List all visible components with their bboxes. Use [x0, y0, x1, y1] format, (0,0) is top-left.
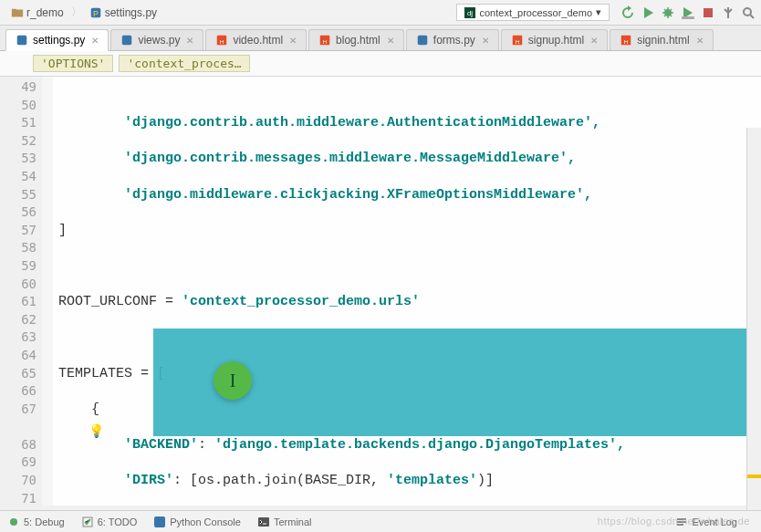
breadcrumb-item-folder[interactable]: r_demo — [5, 5, 69, 21]
line-number-gutter: 4950515253 5455565758 5960616263 6465666… — [0, 77, 42, 506]
text-caret-indicator: I — [214, 361, 252, 400]
svg-rect-5 — [682, 16, 694, 19]
terminal-icon — [257, 516, 270, 528]
svg-point-4 — [664, 9, 672, 16]
error-stripe[interactable] — [746, 128, 761, 532]
python-icon — [16, 34, 28, 47]
debug-icon[interactable] — [661, 5, 675, 20]
run-config-dropdown[interactable]: dj context_processor_demo ▾ — [456, 4, 610, 21]
run-icon[interactable] — [641, 5, 655, 20]
python-icon — [416, 34, 429, 47]
run-config-label: context_processor_demo — [479, 7, 592, 18]
editor-tab-bar: settings.py ✕ views.py ✕ H video.html ✕ … — [0, 26, 761, 51]
tab-label: blog.html — [336, 34, 380, 47]
vcs-icon[interactable] — [721, 5, 735, 20]
chevron-down-icon: ▾ — [596, 6, 601, 18]
run-with-coverage-icon[interactable] — [681, 5, 695, 20]
html-icon: H — [318, 34, 331, 47]
struct-crumb[interactable]: 'context_proces… — [119, 55, 249, 72]
debug-icon — [7, 516, 20, 528]
breadcrumb-label: settings.py — [105, 6, 157, 19]
tab-blog-html[interactable]: H blog.html ✕ — [308, 29, 404, 50]
warning-mark[interactable] — [747, 475, 761, 478]
tab-forms[interactable]: forms.py ✕ — [406, 29, 499, 50]
svg-text:P: P — [93, 8, 99, 17]
svg-text:H: H — [516, 38, 519, 45]
code-editor[interactable]: 4950515253 5455565758 5960616263 6465666… — [0, 77, 761, 506]
svg-rect-22 — [258, 517, 269, 527]
tool-todo[interactable]: 6: TODO — [81, 516, 138, 528]
code-structure-breadcrumb: 'OPTIONS' 'context_proces… — [0, 51, 761, 77]
svg-text:H: H — [220, 38, 224, 45]
tab-label: views.py — [138, 34, 180, 47]
close-icon[interactable]: ✕ — [696, 36, 704, 46]
html-icon: H — [511, 34, 524, 47]
search-icon[interactable] — [741, 5, 756, 20]
svg-point-7 — [744, 8, 751, 16]
close-icon[interactable]: ✕ — [482, 36, 489, 46]
svg-text:H: H — [323, 38, 327, 45]
close-icon[interactable]: ✕ — [289, 36, 297, 46]
chevron-right-icon: 〉 — [71, 5, 82, 20]
breadcrumb-label: r_demo — [26, 6, 64, 19]
rerun-icon[interactable] — [620, 5, 635, 20]
close-icon[interactable]: ✕ — [91, 36, 99, 46]
top-toolbar: r_demo 〉 P settings.py dj context_proces… — [0, 0, 761, 26]
svg-rect-9 — [122, 36, 132, 46]
python-icon — [120, 34, 133, 47]
struct-crumb[interactable]: 'OPTIONS' — [33, 55, 113, 72]
close-icon[interactable]: ✕ — [590, 36, 598, 46]
tab-signup-html[interactable]: H signup.html ✕ — [501, 29, 608, 50]
folder-icon — [11, 6, 24, 19]
todo-icon — [81, 516, 94, 528]
tab-views[interactable]: views.py ✕ — [110, 29, 203, 50]
svg-point-19 — [10, 518, 17, 526]
breadcrumb-item-file[interactable]: P settings.py — [84, 5, 162, 21]
html-icon: H — [620, 34, 632, 47]
tool-terminal[interactable]: Terminal — [257, 516, 312, 528]
code-area[interactable]: 'django.contrib.auth.middleware.Authenti… — [53, 77, 761, 506]
intention-bulb-icon[interactable]: 💡 — [89, 423, 104, 438]
tab-label: forms.py — [433, 34, 475, 47]
tab-settings[interactable]: settings.py ✕ — [5, 29, 109, 51]
svg-text:dj: dj — [467, 9, 473, 17]
tab-video-html[interactable]: H video.html ✕ — [205, 29, 307, 50]
svg-rect-6 — [704, 8, 713, 17]
tool-python-console[interactable]: Python Console — [153, 516, 241, 528]
breadcrumb: r_demo 〉 P settings.py — [5, 5, 456, 21]
django-icon: dj — [464, 7, 475, 18]
html-icon: H — [215, 34, 228, 47]
svg-rect-21 — [154, 516, 165, 527]
svg-rect-8 — [17, 36, 27, 46]
watermark: https://blog.csdn.net/whalen.de — [598, 516, 750, 527]
close-icon[interactable]: ✕ — [387, 36, 394, 46]
svg-text:H: H — [624, 38, 628, 45]
svg-rect-14 — [418, 36, 428, 46]
tool-debug[interactable]: 5: Debug — [7, 516, 65, 528]
python-icon: P — [89, 6, 102, 19]
close-icon[interactable]: ✕ — [186, 36, 193, 46]
tab-label: settings.py — [33, 34, 85, 47]
tab-label: signin.html — [637, 34, 689, 47]
stop-icon[interactable] — [701, 5, 715, 20]
python-icon — [153, 516, 166, 528]
tab-signin-html[interactable]: H signin.html ✕ — [610, 29, 713, 50]
tab-label: video.html — [233, 34, 283, 47]
tab-label: signup.html — [528, 34, 584, 47]
